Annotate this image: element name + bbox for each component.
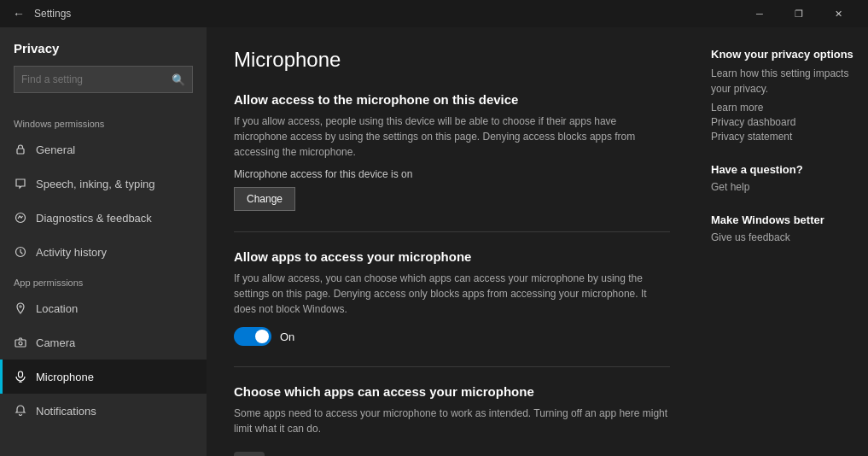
sidebar-item-activity[interactable]: Activity history xyxy=(0,235,207,269)
window-controls: ─ ❐ ✕ xyxy=(740,0,858,27)
app-list-desc: Some apps need to access your microphone… xyxy=(234,406,670,436)
search-icon[interactable]: 🔍 xyxy=(172,73,185,86)
location-icon xyxy=(14,301,27,315)
svg-point-1 xyxy=(16,213,26,223)
close-button[interactable]: ✕ xyxy=(818,0,858,27)
right-better-heading: Make Windows better xyxy=(711,213,854,226)
allow-apps-heading: Allow apps to access your microphone xyxy=(234,249,670,264)
right-section-privacy: Know your privacy options Learn how this… xyxy=(711,48,854,143)
device-access-section: Allow access to the microphone on this d… xyxy=(234,92,670,211)
sidebar-item-microphone[interactable]: Microphone xyxy=(0,360,207,394)
right-section-better: Make Windows better Give us feedback xyxy=(711,213,854,243)
allow-apps-section: Allow apps to access your microphone If … xyxy=(234,249,670,346)
lock-icon xyxy=(14,143,27,156)
sidebar: Privacy 🔍 Windows permissions General xyxy=(0,27,207,456)
diagnostics-icon xyxy=(14,211,27,225)
svg-point-5 xyxy=(19,342,22,345)
divider-1 xyxy=(234,231,670,232)
right-panel: Know your privacy options Learn how this… xyxy=(697,27,868,456)
sidebar-item-microphone-label: Microphone xyxy=(36,371,94,383)
right-privacy-heading: Know your privacy options xyxy=(711,48,854,61)
svg-rect-0 xyxy=(17,149,24,154)
sidebar-privacy-label: Privacy xyxy=(14,41,193,56)
sidebar-item-camera[interactable]: Camera xyxy=(0,325,207,360)
restore-button[interactable]: ❐ xyxy=(779,0,818,27)
sidebar-header: Privacy 🔍 xyxy=(0,27,207,110)
main-content: Microphone Allow access to the microphon… xyxy=(207,27,697,456)
sidebar-item-diagnostics[interactable]: Diagnostics & feedback xyxy=(0,201,207,235)
sidebar-item-activity-label: Activity history xyxy=(36,246,107,259)
learn-more-link[interactable]: Learn more xyxy=(711,102,854,114)
windows-permissions-label: Windows permissions xyxy=(0,110,207,132)
page-title: Microphone xyxy=(234,48,670,72)
get-help-link[interactable]: Get help xyxy=(711,181,854,193)
privacy-statement-link[interactable]: Privacy statement xyxy=(711,131,854,143)
svg-point-3 xyxy=(20,306,21,307)
notifications-nav-icon xyxy=(14,404,27,418)
change-button[interactable]: Change xyxy=(234,187,295,211)
device-access-status: Microphone access for this device is on xyxy=(234,168,670,180)
allow-apps-desc: If you allow access, you can choose whic… xyxy=(234,271,670,317)
back-button[interactable]: ← xyxy=(10,5,27,22)
microphone-nav-icon xyxy=(14,370,27,383)
svg-rect-6 xyxy=(19,371,23,377)
right-question-heading: Have a question? xyxy=(711,163,854,176)
privacy-dashboard-link[interactable]: Privacy dashboard xyxy=(711,116,854,128)
sidebar-item-speech-label: Speech, inking, & typing xyxy=(36,178,154,190)
toggle-thumb xyxy=(255,330,269,343)
divider-2 xyxy=(234,366,670,367)
right-section-question: Have a question? Get help xyxy=(711,163,854,193)
app-list-item-camera: Camera On xyxy=(234,445,670,456)
sidebar-item-camera-label: Camera xyxy=(36,336,75,349)
app-list-heading: Choose which apps can access your microp… xyxy=(234,384,670,399)
search-input[interactable] xyxy=(21,73,172,85)
right-privacy-desc: Learn how this setting impacts your priv… xyxy=(711,66,854,96)
titlebar: ← Settings ─ ❐ ✕ xyxy=(0,0,868,27)
camera-nav-icon xyxy=(14,336,27,349)
app-body: Privacy 🔍 Windows permissions General xyxy=(0,27,868,456)
allow-apps-toggle-row: On xyxy=(234,327,670,346)
app-list-section: Choose which apps can access your microp… xyxy=(234,384,670,456)
activity-icon xyxy=(14,245,27,259)
device-access-desc: If you allow access, people using this d… xyxy=(234,114,670,160)
feedback-link[interactable]: Give us feedback xyxy=(711,231,854,243)
allow-apps-toggle-label: On xyxy=(280,330,294,343)
minimize-button[interactable]: ─ xyxy=(740,0,779,27)
sidebar-item-general-label: General xyxy=(36,143,75,156)
speech-icon xyxy=(14,177,27,190)
device-access-heading: Allow access to the microphone on this d… xyxy=(234,92,670,107)
sidebar-item-notifications-label: Notifications xyxy=(36,405,96,418)
svg-rect-4 xyxy=(15,340,26,347)
allow-apps-toggle[interactable] xyxy=(234,327,271,346)
sidebar-item-notifications[interactable]: Notifications xyxy=(0,394,207,428)
camera-app-icon xyxy=(234,452,265,456)
app-permissions-label: App permissions xyxy=(0,269,207,291)
titlebar-title: Settings xyxy=(34,8,71,20)
sidebar-item-location-label: Location xyxy=(36,302,78,315)
sidebar-item-location[interactable]: Location xyxy=(0,291,207,325)
sidebar-item-diagnostics-label: Diagnostics & feedback xyxy=(36,212,152,225)
sidebar-item-speech[interactable]: Speech, inking, & typing xyxy=(0,167,207,201)
sidebar-item-general[interactable]: General xyxy=(0,132,207,167)
search-box[interactable]: 🔍 xyxy=(14,66,193,93)
